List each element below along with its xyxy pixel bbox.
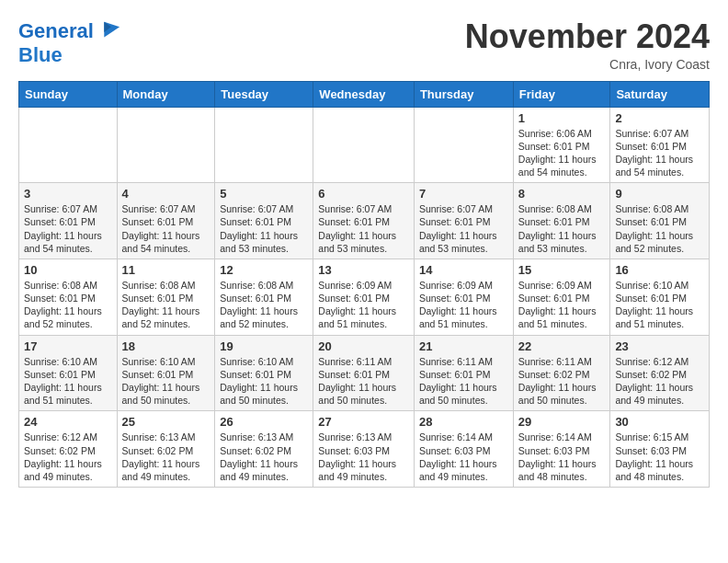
calendar-cell: 23Sunrise: 6:12 AMSunset: 6:02 PMDayligh… [610,335,710,411]
day-number: 14 [419,263,508,277]
calendar-cell: 12Sunrise: 6:08 AMSunset: 6:01 PMDayligh… [215,259,313,335]
day-number: 23 [615,339,704,353]
day-number: 17 [24,339,112,353]
calendar-cell: 17Sunrise: 6:10 AMSunset: 6:01 PMDayligh… [19,335,118,411]
day-number: 16 [615,263,704,277]
calendar-week-row: 3Sunrise: 6:07 AMSunset: 6:01 PMDaylight… [19,183,710,259]
calendar-cell: 4Sunrise: 6:07 AMSunset: 6:01 PMDaylight… [117,183,215,259]
calendar-header-monday: Monday [117,81,215,107]
day-number: 10 [24,263,112,277]
calendar-cell: 5Sunrise: 6:07 AMSunset: 6:01 PMDaylight… [215,183,313,259]
calendar-cell: 18Sunrise: 6:10 AMSunset: 6:01 PMDayligh… [117,335,215,411]
calendar-header-sunday: Sunday [19,81,118,107]
calendar-cell: 22Sunrise: 6:11 AMSunset: 6:02 PMDayligh… [513,335,610,411]
day-number: 2 [615,111,704,125]
calendar-cell: 3Sunrise: 6:07 AMSunset: 6:01 PMDaylight… [19,183,118,259]
day-info: Sunrise: 6:10 AMSunset: 6:01 PMDaylight:… [615,279,704,331]
day-number: 26 [220,415,308,429]
day-number: 22 [518,339,606,353]
calendar-week-row: 24Sunrise: 6:12 AMSunset: 6:02 PMDayligh… [19,411,710,488]
day-number: 20 [318,339,409,353]
day-info: Sunrise: 6:15 AMSunset: 6:03 PMDaylight:… [615,431,704,483]
calendar-cell: 19Sunrise: 6:10 AMSunset: 6:01 PMDayligh… [215,335,313,411]
day-info: Sunrise: 6:09 AMSunset: 6:01 PMDaylight:… [318,279,409,331]
calendar-cell: 11Sunrise: 6:08 AMSunset: 6:01 PMDayligh… [117,259,215,335]
day-number: 8 [518,187,606,201]
calendar-header-wednesday: Wednesday [313,81,415,107]
day-info: Sunrise: 6:12 AMSunset: 6:02 PMDaylight:… [24,431,112,483]
calendar-header-thursday: Thursday [414,81,513,107]
day-info: Sunrise: 6:10 AMSunset: 6:01 PMDaylight:… [122,355,210,408]
calendar-cell: 30Sunrise: 6:15 AMSunset: 6:03 PMDayligh… [610,411,710,488]
calendar-cell [313,107,415,183]
calendar-cell: 2Sunrise: 6:07 AMSunset: 6:01 PMDaylight… [610,107,710,183]
calendar-header-row: SundayMondayTuesdayWednesdayThursdayFrid… [19,81,710,107]
day-number: 21 [419,339,508,353]
day-info: Sunrise: 6:06 AMSunset: 6:01 PMDaylight:… [518,127,606,179]
day-info: Sunrise: 6:08 AMSunset: 6:01 PMDaylight:… [24,279,112,331]
day-info: Sunrise: 6:14 AMSunset: 6:03 PMDaylight:… [518,431,606,483]
calendar-cell [19,107,118,183]
day-number: 1 [518,111,606,125]
day-info: Sunrise: 6:11 AMSunset: 6:01 PMDaylight:… [318,355,409,408]
day-info: Sunrise: 6:13 AMSunset: 6:02 PMDaylight:… [220,431,308,483]
day-info: Sunrise: 6:07 AMSunset: 6:01 PMDaylight:… [220,202,308,255]
day-number: 6 [318,187,409,201]
day-number: 12 [220,263,308,277]
calendar-cell: 9Sunrise: 6:08 AMSunset: 6:01 PMDaylight… [610,183,710,259]
calendar-cell: 8Sunrise: 6:08 AMSunset: 6:01 PMDaylight… [513,183,610,259]
day-info: Sunrise: 6:11 AMSunset: 6:01 PMDaylight:… [419,355,508,408]
month-title: November 2024 [465,18,710,55]
day-number: 9 [615,187,704,201]
day-info: Sunrise: 6:09 AMSunset: 6:01 PMDaylight:… [419,279,508,331]
day-info: Sunrise: 6:11 AMSunset: 6:02 PMDaylight:… [518,355,606,408]
calendar-cell [414,107,513,183]
calendar-week-row: 1Sunrise: 6:06 AMSunset: 6:01 PMDaylight… [19,107,710,183]
day-info: Sunrise: 6:13 AMSunset: 6:02 PMDaylight:… [122,431,210,483]
day-info: Sunrise: 6:07 AMSunset: 6:01 PMDaylight:… [122,202,210,255]
day-info: Sunrise: 6:14 AMSunset: 6:03 PMDaylight:… [419,431,508,483]
calendar-cell: 28Sunrise: 6:14 AMSunset: 6:03 PMDayligh… [414,411,513,488]
calendar-cell: 24Sunrise: 6:12 AMSunset: 6:02 PMDayligh… [19,411,118,488]
day-info: Sunrise: 6:07 AMSunset: 6:01 PMDaylight:… [615,127,704,179]
calendar-cell: 25Sunrise: 6:13 AMSunset: 6:02 PMDayligh… [117,411,215,488]
day-number: 5 [220,187,308,201]
day-number: 27 [318,415,409,429]
calendar-cell: 6Sunrise: 6:07 AMSunset: 6:01 PMDaylight… [313,183,415,259]
day-number: 7 [419,187,508,201]
logo-text: General [18,20,94,42]
calendar-cell: 20Sunrise: 6:11 AMSunset: 6:01 PMDayligh… [313,335,415,411]
location: Cnra, Ivory Coast [465,57,710,72]
day-info: Sunrise: 6:08 AMSunset: 6:01 PMDaylight:… [122,279,210,331]
calendar: SundayMondayTuesdayWednesdayThursdayFrid… [18,81,710,488]
day-info: Sunrise: 6:10 AMSunset: 6:01 PMDaylight:… [220,355,308,408]
calendar-week-row: 17Sunrise: 6:10 AMSunset: 6:01 PMDayligh… [19,335,710,411]
day-info: Sunrise: 6:07 AMSunset: 6:01 PMDaylight:… [419,202,508,255]
day-info: Sunrise: 6:13 AMSunset: 6:03 PMDaylight:… [318,431,409,483]
calendar-cell: 1Sunrise: 6:06 AMSunset: 6:01 PMDaylight… [513,107,610,183]
calendar-cell: 10Sunrise: 6:08 AMSunset: 6:01 PMDayligh… [19,259,118,335]
calendar-cell: 13Sunrise: 6:09 AMSunset: 6:01 PMDayligh… [313,259,415,335]
calendar-cell: 27Sunrise: 6:13 AMSunset: 6:03 PMDayligh… [313,411,415,488]
day-info: Sunrise: 6:09 AMSunset: 6:01 PMDaylight:… [518,279,606,331]
day-number: 11 [122,263,210,277]
calendar-cell: 15Sunrise: 6:09 AMSunset: 6:01 PMDayligh… [513,259,610,335]
title-block: November 2024 Cnra, Ivory Coast [465,18,710,72]
calendar-cell: 26Sunrise: 6:13 AMSunset: 6:02 PMDayligh… [215,411,313,488]
day-number: 13 [318,263,409,277]
day-number: 29 [518,415,606,429]
calendar-cell: 29Sunrise: 6:14 AMSunset: 6:03 PMDayligh… [513,411,610,488]
calendar-cell: 21Sunrise: 6:11 AMSunset: 6:01 PMDayligh… [414,335,513,411]
header: General Blue November 2024 Cnra, Ivory C… [18,18,710,72]
day-info: Sunrise: 6:08 AMSunset: 6:01 PMDaylight:… [615,202,704,255]
day-info: Sunrise: 6:10 AMSunset: 6:01 PMDaylight:… [24,355,112,408]
calendar-cell [117,107,215,183]
calendar-cell: 14Sunrise: 6:09 AMSunset: 6:01 PMDayligh… [414,259,513,335]
day-number: 30 [615,415,704,429]
calendar-header-saturday: Saturday [610,81,710,107]
day-number: 18 [122,339,210,353]
calendar-cell [215,107,313,183]
day-number: 19 [220,339,308,353]
logo: General Blue [18,18,121,66]
calendar-cell: 16Sunrise: 6:10 AMSunset: 6:01 PMDayligh… [610,259,710,335]
